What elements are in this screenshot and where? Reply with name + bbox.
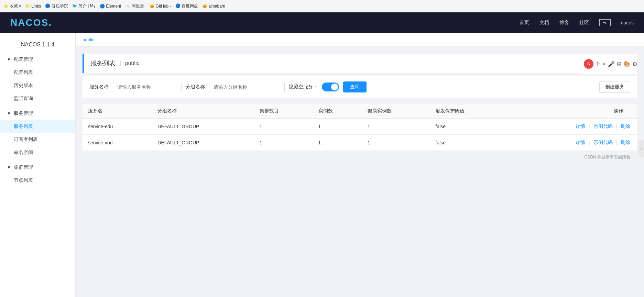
user-menu[interactable]: nacos (621, 20, 634, 25)
nav-docs[interactable]: 文档 (539, 20, 549, 26)
page-title-separator: | (120, 60, 121, 66)
col-service-name: 服务名 (83, 104, 152, 119)
row1-example-link[interactable]: 示例代码 (593, 123, 613, 129)
group-name-label: 分组名称 (186, 84, 205, 90)
sidebar: NACOS 1.1.4 ▼ 配置管理 配置列表 历史版本 监听查询 ▼ 服务管理… (0, 33, 76, 297)
row2-detail-link[interactable]: 详情 (576, 140, 585, 145)
footer: CSDN @健康平安的活着 (83, 151, 637, 164)
sogou-icon: S (584, 59, 593, 69)
col-group-name: 分组名称 (152, 104, 254, 119)
bookmark-baidu[interactable]: 🔵 百度网盘 (175, 3, 198, 9)
query-button[interactable]: 查询 (343, 81, 367, 92)
col-cluster-count: 集群数目 (254, 104, 313, 119)
sidebar-item-history[interactable]: 历史版本 (0, 79, 75, 92)
row2-example-link[interactable]: 示例代码 (593, 140, 613, 145)
col-protect-threshold: 触发保护阈值 (430, 104, 507, 119)
sogou-grid-icon[interactable]: ⊞ (617, 61, 621, 67)
col-actions: 操作 (507, 104, 637, 119)
nav-home[interactable]: 首页 (520, 20, 529, 26)
config-arrow-icon: ▼ (7, 57, 11, 62)
nacos-logo: NACOS. (10, 17, 52, 28)
row1-delete-link[interactable]: 删除 (621, 123, 630, 129)
sidebar-group-cluster: ▼ 集群管理 节点列表 (0, 161, 75, 187)
service-group-label: 服务管理 (14, 110, 33, 117)
row2-delete-link[interactable]: 删除 (621, 140, 630, 145)
bookmark-element[interactable]: 🔵 Element (100, 4, 121, 9)
row2-cluster-count: 1 (254, 135, 313, 151)
create-service-button[interactable]: 创建服务 (599, 81, 630, 93)
hide-empty-label: 隐藏空服务： (289, 84, 318, 90)
sidebar-item-listener[interactable]: 监听查询 (0, 92, 75, 105)
sidebar-item-service-list[interactable]: 服务列表 (0, 120, 75, 133)
hide-empty-toggle[interactable] (322, 82, 339, 91)
row2-protect-threshold: false (430, 135, 507, 151)
sidebar-group-config: ▼ 配置管理 配置列表 历史版本 监听查询 (0, 53, 75, 105)
service-table: 服务名 分组名称 集群数目 实例数 健康实例数 触发保护阈值 操作 servic… (83, 104, 637, 151)
sidebar-item-config-list[interactable]: 配置列表 (0, 66, 75, 79)
row1-protect-threshold: false (430, 119, 507, 135)
service-arrow-icon: ▼ (7, 111, 11, 116)
sidebar-group-config-header[interactable]: ▼ 配置管理 (0, 53, 75, 66)
row2-service-name: service-vod (83, 135, 152, 151)
sogou-settings-icon[interactable]: ⚙ (632, 61, 637, 67)
sogou-mic-icon[interactable]: 🎤 (608, 61, 615, 67)
col-instance-count: 实例数 (313, 104, 362, 119)
sidebar-group-service-header[interactable]: ▼ 服务管理 (0, 107, 75, 120)
row1-instance-count: 1 (313, 119, 362, 135)
row1-cluster-count: 1 (254, 119, 313, 135)
service-table-container: 服务名 分组名称 集群数目 实例数 健康实例数 触发保护阈值 操作 servic… (83, 104, 637, 151)
bookmark-links[interactable]: 📁 Links (25, 4, 41, 9)
nav-blog[interactable]: 博客 (559, 20, 569, 26)
sidebar-item-subscribers[interactable]: 订阅者列表 (0, 133, 75, 146)
footer-text: CSDN @健康平安的活着 (584, 155, 630, 160)
config-group-label: 配置管理 (14, 56, 33, 63)
sidebar-item-namespace[interactable]: 命名空间 (0, 146, 75, 159)
bookmark-jianjiemy[interactable]: 🐦 简介 | My (72, 3, 96, 9)
content-area: public 服务列表 | public S 中 ✦ 🎤 ⊞ 🎨 ⚙ (76, 33, 644, 297)
row2-instance-count: 1 (313, 135, 362, 151)
sogou-zh-icon[interactable]: 中 (596, 61, 600, 67)
bookmark-alibaba[interactable]: 🐱 alibaba/n (202, 4, 225, 9)
table-row: service-edu DEFAULT_GROUP 1 1 1 false 详情… (83, 119, 637, 135)
browser-bar: ⭐收藏▾ 📁 Links 🔵 谷粒学院 🐦 简介 | My 🔵 Element … (0, 0, 644, 12)
row1-healthy-instance: 1 (362, 119, 430, 135)
content-body: 服务列表 | public S 中 ✦ 🎤 ⊞ 🎨 ⚙ 服务名称 分 (76, 47, 644, 170)
group-name-input[interactable] (209, 82, 285, 92)
cluster-group-label: 集群管理 (14, 164, 33, 170)
main-layout: NACOS 1.1.4 ▼ 配置管理 配置列表 历史版本 监听查询 ▼ 服务管理… (0, 33, 644, 297)
nav-community[interactable]: 社区 (579, 20, 589, 26)
sidebar-group-service: ▼ 服务管理 服务列表 订阅者列表 命名空间 (0, 107, 75, 159)
sidebar-version: NACOS 1.1.4 (0, 36, 75, 53)
toolbar: 服务名称 分组名称 隐藏空服务： 查询 创建服务 (83, 76, 637, 98)
lang-button[interactable]: En (599, 19, 611, 26)
sogou-skin-icon[interactable]: 🎨 (623, 61, 630, 67)
row2-group-name: DEFAULT_GROUP (152, 135, 254, 151)
sidebar-group-cluster-header[interactable]: ▼ 集群管理 (0, 161, 75, 174)
cluster-arrow-icon: ▼ (7, 165, 11, 170)
page-namespace: public (125, 60, 140, 66)
col-healthy-instance: 健康实例数 (362, 104, 430, 119)
sogou-dot-icon[interactable]: ✦ (602, 62, 606, 67)
nacos-header: NACOS. 首页 文档 博客 社区 En nacos (0, 12, 644, 33)
row1-group-name: DEFAULT_GROUP (152, 119, 254, 135)
row2-actions: 详情 | 示例代码 | 删除 (507, 135, 637, 151)
breadcrumb: public (76, 33, 644, 47)
row1-service-name: service-edu (83, 119, 152, 135)
row2-healthy-instance: 1 (362, 135, 430, 151)
breadcrumb-public[interactable]: public (83, 37, 94, 42)
bookmark-aliyun[interactable]: ☁️ 阿里云- (125, 3, 145, 9)
row1-actions: 详情 | 示例代码 | 删除 (507, 119, 637, 135)
bookmark-guli[interactable]: 🔵 谷粒学院 (45, 3, 68, 9)
sidebar-item-nodes[interactable]: 节点列表 (0, 174, 75, 187)
bookmark-github[interactable]: 🐱 GitHub - (150, 4, 171, 9)
page-title: 服务列表 (91, 59, 116, 67)
header-nav: 首页 文档 博客 社区 En nacos (520, 19, 634, 26)
table-row: service-vod DEFAULT_GROUP 1 1 1 false 详情… (83, 135, 637, 151)
service-name-input[interactable] (113, 82, 182, 92)
bookmark-favorites[interactable]: ⭐收藏▾ (3, 3, 21, 9)
row1-detail-link[interactable]: 详情 (576, 123, 585, 129)
sidebar-collapse-toggle[interactable]: › (638, 140, 644, 157)
table-header-row: 服务名 分组名称 集群数目 实例数 健康实例数 触发保护阈值 操作 (83, 104, 637, 119)
service-name-label: 服务名称 (89, 84, 109, 90)
page-title-bar: 服务列表 | public (83, 54, 580, 73)
